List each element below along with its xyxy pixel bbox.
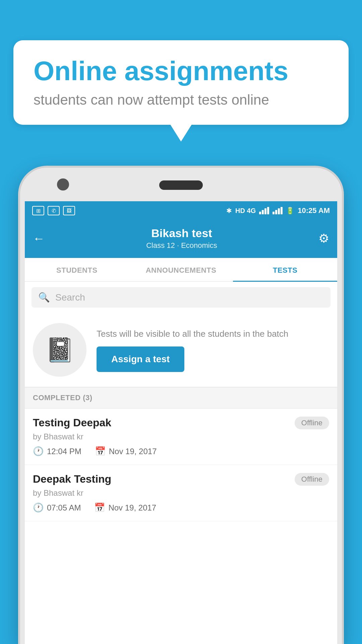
meta-time-2: 🕐 07:05 AM	[33, 502, 81, 513]
test-title-1: Testing Deepak	[33, 417, 111, 429]
image-status-icon: 🖼	[63, 206, 75, 215]
clock-icon-1: 🕐	[33, 446, 44, 457]
test-date-2: Nov 19, 2017	[108, 503, 156, 513]
network-label: HD 4G	[235, 207, 256, 215]
calendar-icon-2: 📅	[94, 502, 105, 513]
assign-test-button[interactable]: Assign a test	[97, 346, 184, 372]
speech-bubble: Online assignments students can now atte…	[13, 40, 349, 125]
test-item[interactable]: Testing Deepak Offline by Bhaswat kr 🕐 1…	[25, 409, 337, 465]
test-meta-2: 🕐 07:05 AM 📅 Nov 19, 2017	[33, 502, 329, 513]
app-header: ← Bikash test Class 12 · Economics ⚙	[25, 220, 337, 258]
calendar-icon-1: 📅	[95, 446, 106, 457]
signal-bars-2	[273, 207, 283, 214]
phone-top-bar	[20, 168, 342, 201]
signal-bars	[259, 207, 269, 214]
phone-screen: ⊞ ✆ 🖼 ✱ HD 4G	[25, 201, 337, 644]
header-subtitle: Class 12 · Economics	[45, 241, 318, 250]
assign-description: Tests will be visible to all the student…	[97, 328, 329, 340]
search-icon: 🔍	[38, 292, 50, 303]
test-icon-circle: 📓	[33, 323, 86, 377]
tab-tests[interactable]: TESTS	[233, 258, 337, 282]
whatsapp-status-icon: ✆	[48, 206, 60, 215]
status-right: ✱ HD 4G 🔋 10:25 AM	[226, 206, 330, 215]
meta-date-1: 📅 Nov 19, 2017	[95, 446, 157, 457]
test-time-2: 07:05 AM	[47, 503, 81, 513]
status-bar: ⊞ ✆ 🖼 ✱ HD 4G	[25, 201, 337, 220]
assign-right: Tests will be visible to all the student…	[97, 328, 329, 372]
tabs-bar: STUDENTS ANNOUNCEMENTS TESTS	[25, 258, 337, 282]
bluetooth-icon: ✱	[226, 207, 232, 215]
search-container: 🔍 Search	[25, 282, 337, 313]
phone-shell: ⊞ ✆ 🖼 ✱ HD 4G	[20, 168, 342, 644]
test-item-2[interactable]: Deepak Testing Offline by Bhaswat kr 🕐 0…	[25, 465, 337, 521]
test-meta-1: 🕐 12:04 PM 📅 Nov 19, 2017	[33, 446, 329, 457]
app-status-icon: ⊞	[32, 206, 44, 215]
battery-icon: 🔋	[286, 207, 294, 215]
meta-time-1: 🕐 12:04 PM	[33, 446, 81, 457]
bubble-subtitle: students can now attempt tests online	[34, 92, 328, 108]
assign-section: 📓 Tests will be visible to all the stude…	[25, 313, 337, 387]
bubble-title: Online assignments	[34, 56, 328, 86]
test-date-1: Nov 19, 2017	[109, 447, 157, 456]
notebook-icon: 📓	[45, 336, 74, 364]
offline-badge-1: Offline	[295, 417, 329, 429]
tab-announcements[interactable]: ANNOUNCEMENTS	[129, 258, 233, 282]
clock-icon-2: 🕐	[33, 502, 44, 513]
search-placeholder: Search	[55, 292, 85, 303]
back-button[interactable]: ←	[33, 231, 45, 246]
offline-badge-2: Offline	[295, 473, 329, 486]
test-author-2: by Bhaswat kr	[33, 488, 329, 498]
test-author-1: by Bhaswat kr	[33, 432, 329, 441]
meta-date-2: 📅 Nov 19, 2017	[94, 502, 156, 513]
search-bar[interactable]: 🔍 Search	[32, 287, 330, 308]
completed-section-header: COMPLETED (3)	[25, 387, 337, 409]
test-item-top-2: Deepak Testing Offline	[33, 473, 329, 486]
header-title: Bikash test	[45, 227, 318, 240]
status-icons-left: ⊞ ✆ 🖼	[32, 206, 75, 215]
test-item-top-1: Testing Deepak Offline	[33, 417, 329, 429]
test-time-1: 12:04 PM	[47, 447, 81, 456]
settings-button[interactable]: ⚙	[318, 231, 329, 246]
phone-camera	[57, 178, 69, 191]
header-center: Bikash test Class 12 · Economics	[45, 227, 318, 250]
test-title-2: Deepak Testing	[33, 473, 111, 485]
phone-earpiece	[159, 180, 203, 190]
tab-students[interactable]: STUDENTS	[25, 258, 129, 282]
time-display: 10:25 AM	[298, 206, 330, 215]
